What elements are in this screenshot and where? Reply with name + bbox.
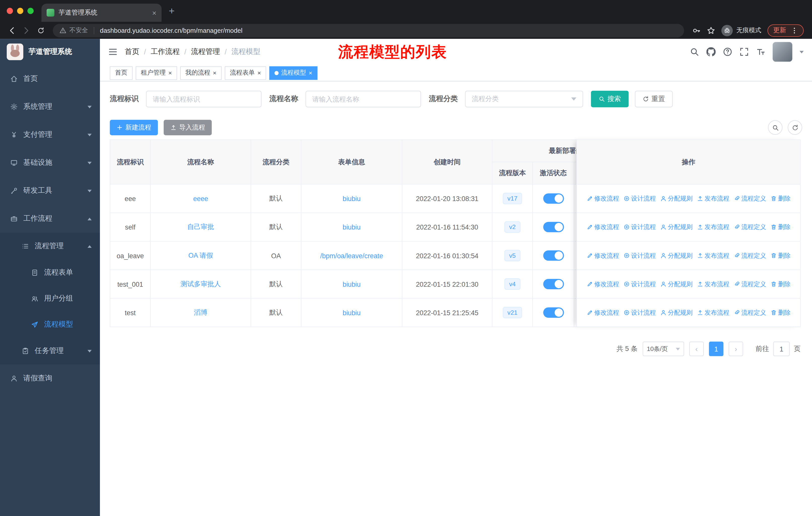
version-badge[interactable]: v4 (504, 278, 520, 290)
current-page-button[interactable]: 1 (709, 342, 724, 356)
assign-rule-link[interactable]: 分配规则 (660, 194, 693, 203)
sidebar-item-task-management[interactable]: 任务管理 (0, 337, 100, 364)
sidebar-item-infrastructure[interactable]: 基础设施 (0, 148, 100, 176)
process-definition-link[interactable]: 流程定义 (733, 308, 766, 317)
sidebar-item-process-management[interactable]: 流程管理 (0, 233, 100, 260)
active-toggle[interactable] (543, 222, 563, 232)
window-close-button[interactable] (7, 8, 13, 14)
design-process-link[interactable]: 设计流程 (623, 194, 656, 203)
user-avatar[interactable] (773, 42, 792, 62)
tag-close-icon[interactable]: × (213, 70, 216, 76)
modify-process-link[interactable]: 修改流程 (586, 308, 619, 317)
import-process-button[interactable]: 导入流程 (164, 120, 212, 135)
avatar-caret-icon[interactable] (800, 51, 804, 55)
filter-category-select[interactable]: 流程分类 (465, 91, 583, 107)
sidebar-item-user-group[interactable]: 用户分组 (0, 286, 100, 312)
font-size-icon[interactable] (756, 47, 765, 56)
form-link[interactable]: biubiu (343, 223, 360, 231)
modify-process-link[interactable]: 修改流程 (586, 280, 619, 289)
sidebar-item-system[interactable]: 系统管理 (0, 93, 100, 121)
tag-my-process[interactable]: 我的流程 × (180, 66, 222, 79)
design-process-link[interactable]: 设计流程 (623, 280, 656, 289)
tag-home[interactable]: 首页 (110, 66, 133, 79)
browser-tab[interactable]: 芋道管理系统 × (41, 3, 162, 22)
breadcrumb-process-management[interactable]: 流程管理 (191, 47, 220, 56)
version-badge[interactable]: v17 (503, 193, 522, 204)
forward-button[interactable] (20, 24, 33, 37)
active-toggle[interactable] (543, 250, 563, 261)
browser-menu-icon[interactable] (791, 27, 798, 34)
version-badge[interactable]: v21 (503, 307, 522, 318)
form-link[interactable]: biubiu (343, 309, 360, 317)
next-page-button[interactable]: › (729, 342, 743, 356)
delete-process-link[interactable]: 删除 (770, 251, 790, 260)
active-toggle[interactable] (543, 193, 563, 203)
password-key-icon[interactable] (692, 26, 701, 34)
breadcrumb-home[interactable]: 首页 (125, 47, 140, 56)
search-button[interactable]: 搜索 (591, 91, 629, 107)
tag-close-icon[interactable]: × (309, 70, 312, 76)
sidebar-item-home[interactable]: 首页 (0, 65, 100, 93)
tag-tenant[interactable]: 租户管理 × (136, 66, 177, 79)
fullscreen-icon[interactable] (740, 47, 749, 56)
modify-process-link[interactable]: 修改流程 (586, 194, 619, 203)
process-definition-link[interactable]: 流程定义 (733, 251, 766, 260)
publish-process-link[interactable]: 发布流程 (697, 308, 729, 317)
assign-rule-link[interactable]: 分配规则 (660, 223, 693, 232)
version-badge[interactable]: v5 (504, 250, 520, 261)
process-definition-link[interactable]: 流程定义 (733, 280, 766, 289)
publish-process-link[interactable]: 发布流程 (697, 251, 729, 260)
delete-process-link[interactable]: 删除 (770, 194, 790, 203)
delete-process-link[interactable]: 删除 (770, 280, 790, 289)
bookmark-star-icon[interactable] (707, 26, 715, 34)
model-name-link[interactable]: eeee (193, 195, 208, 202)
active-toggle[interactable] (543, 279, 563, 289)
filter-name-input[interactable] (306, 91, 421, 107)
search-icon[interactable] (690, 47, 699, 56)
version-badge[interactable]: v2 (504, 221, 520, 233)
url-text[interactable]: dashboard.yudao.iocoder.cn/bpm/manager/m… (100, 27, 242, 34)
sidebar-item-devtools[interactable]: 研发工具 (0, 177, 100, 205)
goto-page-input[interactable] (773, 342, 790, 356)
form-link[interactable]: biubiu (343, 195, 360, 202)
model-name-link[interactable]: 自己审批 (187, 223, 214, 231)
delete-process-link[interactable]: 删除 (770, 308, 790, 317)
app-logo-row[interactable]: 芋道管理系统 (0, 39, 100, 65)
design-process-link[interactable]: 设计流程 (623, 251, 656, 260)
tag-process-model[interactable]: 流程模型 × (269, 66, 317, 79)
filter-id-input[interactable] (146, 91, 262, 107)
window-zoom-button[interactable] (27, 8, 34, 14)
tag-process-form[interactable]: 流程表单 × (225, 66, 266, 79)
toggle-search-button[interactable] (768, 120, 783, 135)
model-name-link[interactable]: 滔博 (194, 308, 207, 316)
page-size-select[interactable]: 10条/页 (643, 342, 684, 356)
tag-close-icon[interactable]: × (168, 70, 172, 76)
back-button[interactable] (5, 24, 19, 37)
tag-close-icon[interactable]: × (258, 70, 261, 76)
delete-process-link[interactable]: 删除 (770, 223, 790, 232)
new-tab-button[interactable]: + (169, 6, 175, 16)
process-definition-link[interactable]: 流程定义 (733, 194, 766, 203)
model-name-link[interactable]: 测试多审批人 (180, 280, 221, 288)
sidebar-item-process-form[interactable]: 流程表单 (0, 260, 100, 286)
assign-rule-link[interactable]: 分配规则 (660, 280, 693, 289)
sidebar-item-leave-query[interactable]: 请假查询 (0, 364, 100, 392)
modify-process-link[interactable]: 修改流程 (586, 223, 619, 232)
breadcrumb-workflow[interactable]: 工作流程 (150, 47, 179, 56)
sidebar-item-payment[interactable]: 支付管理 (0, 121, 100, 148)
sidebar-item-process-model[interactable]: 流程模型 (0, 311, 100, 337)
assign-rule-link[interactable]: 分配规则 (660, 308, 693, 317)
update-button[interactable]: 更新 (767, 24, 804, 36)
tab-close-icon[interactable]: × (152, 9, 156, 17)
model-name-link[interactable]: OA 请假 (188, 251, 213, 259)
modify-process-link[interactable]: 修改流程 (586, 251, 619, 260)
form-link[interactable]: /bpm/oa/leave/create (320, 252, 383, 260)
active-toggle[interactable] (543, 307, 563, 318)
publish-process-link[interactable]: 发布流程 (697, 223, 729, 232)
design-process-link[interactable]: 设计流程 (623, 308, 656, 317)
design-process-link[interactable]: 设计流程 (623, 223, 656, 232)
assign-rule-link[interactable]: 分配规则 (660, 251, 693, 260)
address-bar[interactable]: 不安全 dashboard.yudao.iocoder.cn/bpm/manag… (53, 24, 684, 37)
window-minimize-button[interactable] (17, 8, 23, 14)
sidebar-collapse-icon[interactable] (108, 47, 118, 56)
